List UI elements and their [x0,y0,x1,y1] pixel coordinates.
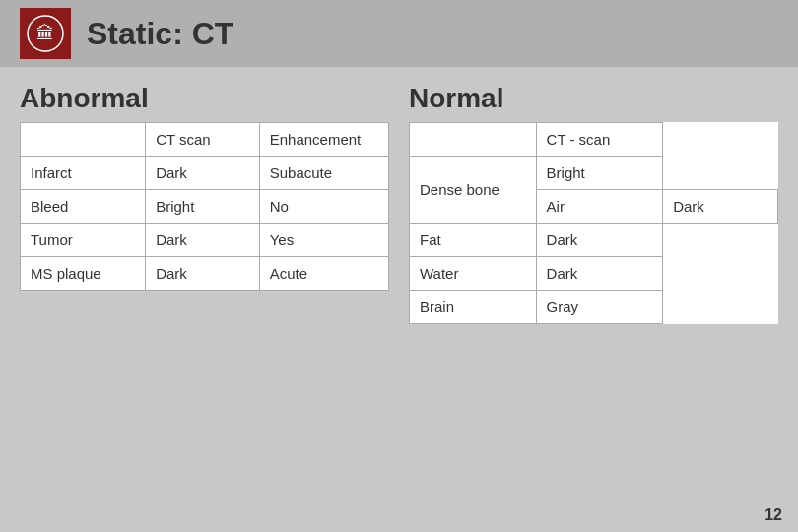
header: 🏛 Static: CT [0,0,798,67]
normal-brain-val: Gray [536,291,663,324]
abnormal-row1-col2: Dark [146,157,260,190]
table-row: Brain Gray [410,291,778,324]
normal-air-label: Air [536,190,663,224]
table-row: Water Dark [410,257,778,291]
normal-fat: Fat [410,224,537,257]
normal-brain: Brain [410,291,537,324]
normal-section: Normal CT - scan Dense bone Bright Air D… [409,83,778,324]
abnormal-row4-col1: MS plaque [21,257,146,291]
abnormal-row1-col3: Subacute [259,157,388,190]
svg-text:🏛: 🏛 [36,23,54,43]
table-row: Tumor Dark Yes [21,224,389,257]
logo: 🏛 [20,8,71,59]
page-title: Static: CT [87,16,233,52]
normal-title: Normal [409,83,778,114]
page-number: 12 [765,506,782,524]
normal-air-val: Dark [663,190,778,224]
abnormal-title: Abnormal [20,83,389,114]
normal-header-row: CT - scan [410,123,778,157]
normal-water-val: Dark [536,257,663,291]
table-row: Fat Dark [410,224,778,257]
normal-fat-val: Dark [536,224,663,257]
table-row: Infarct Dark Subacute [21,157,389,190]
normal-table: CT - scan Dense bone Bright Air Dark Fat… [409,122,778,324]
abnormal-header-col2: CT scan [146,123,260,157]
abnormal-row3-col3: Yes [259,224,388,257]
abnormal-row2-col1: Bleed [21,190,146,224]
abnormal-row4-col3: Acute [259,257,388,291]
normal-header-col2: CT - scan [536,123,663,157]
table-row: MS plaque Dark Acute [21,257,389,291]
abnormal-row1-col1: Infarct [21,157,146,190]
normal-dense-bone: Dense bone [410,157,537,224]
normal-water: Water [410,257,537,291]
abnormal-row3-col1: Tumor [21,224,146,257]
abnormal-table: CT scan Enhancement Infarct Dark Subacut… [20,122,389,291]
table-row: Dense bone Bright [410,157,778,190]
abnormal-row2-col3: No [259,190,388,224]
normal-header-col1 [410,123,537,157]
main-content: Abnormal CT scan Enhancement Infarct Dar… [0,67,798,334]
abnormal-header-col3: Enhancement [259,123,388,157]
table-row: Bleed Bright No [21,190,389,224]
normal-dense-bone-val: Bright [536,157,663,190]
abnormal-row2-col2: Bright [146,190,260,224]
table-header-row: CT scan Enhancement [21,123,389,157]
abnormal-row4-col2: Dark [146,257,260,291]
abnormal-row3-col2: Dark [146,224,260,257]
abnormal-header-col1 [21,123,146,157]
logo-icon: 🏛 [26,14,65,53]
abnormal-section: Abnormal CT scan Enhancement Infarct Dar… [20,83,389,324]
